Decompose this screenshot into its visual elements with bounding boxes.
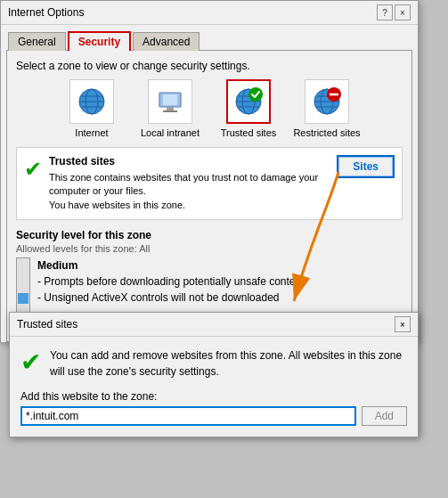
- zone-check-icon: ✔: [24, 157, 42, 182]
- zones-row: Internet Local intranet: [16, 79, 403, 138]
- zone-intranet-icon-wrap: [148, 79, 192, 124]
- close-button[interactable]: ×: [395, 4, 411, 20]
- window-title: Internet Options: [8, 6, 84, 19]
- trusted-icon: [232, 86, 265, 118]
- zone-internet-label: Internet: [75, 127, 108, 138]
- security-bullet-1: - Prompts before downloading potentially…: [37, 273, 305, 290]
- security-content: Select a zone to view or change security…: [6, 50, 412, 342]
- dialog-title: Trusted sites: [17, 318, 77, 331]
- help-button[interactable]: ?: [377, 4, 393, 20]
- zone-restricted-sites[interactable]: Restricted sites: [291, 79, 362, 138]
- dialog-close-button[interactable]: ×: [395, 316, 411, 332]
- dialog-title-bar: Trusted sites ×: [10, 313, 418, 337]
- zone-restricted-label: Restricted sites: [293, 127, 360, 138]
- sites-button[interactable]: Sites: [337, 155, 395, 178]
- dialog-info-row: ✔ You can add and remove websites from t…: [20, 347, 407, 380]
- add-input-row: Add: [20, 406, 407, 426]
- security-level-title: Security level for this zone: [16, 229, 403, 241]
- tab-advanced[interactable]: Advanced: [133, 32, 200, 51]
- zone-internet[interactable]: Internet: [56, 79, 127, 138]
- zone-trusted-icon-wrap: [226, 79, 271, 124]
- sites-button-wrap: Sites: [337, 155, 395, 178]
- svg-rect-7: [167, 107, 174, 110]
- intranet-icon: [154, 86, 186, 118]
- zone-trusted-sites[interactable]: Trusted sites: [213, 79, 284, 138]
- zones-label: Select a zone to view or change security…: [16, 60, 403, 72]
- internet-options-window: Internet Options ? × General Security Ad…: [0, 0, 419, 343]
- security-bullet-2: - Unsigned ActiveX controls will not be …: [37, 290, 305, 306]
- allowed-label: Allowed levels for this zone: All: [16, 243, 403, 254]
- svg-rect-6: [163, 94, 177, 105]
- title-bar: Internet Options ? ×: [1, 1, 418, 25]
- security-level-name: Medium: [37, 257, 305, 273]
- dialog-content: ✔ You can add and remove websites from t…: [10, 337, 418, 437]
- add-website-label: Add this website to the zone:: [20, 390, 407, 403]
- restricted-icon: [311, 86, 343, 118]
- dialog-check-icon: ✔: [20, 347, 41, 377]
- zone-desc-text: Trusted sites This zone contains website…: [49, 155, 330, 212]
- zone-intranet-label: Local intranet: [141, 127, 200, 138]
- zone-trusted-label: Trusted sites: [221, 127, 277, 138]
- add-button[interactable]: Add: [362, 406, 407, 426]
- tab-security[interactable]: Security: [68, 31, 131, 51]
- svg-point-14: [248, 87, 263, 102]
- dialog-info-text: You can add and remove websites from thi…: [50, 347, 407, 380]
- zone-local-intranet[interactable]: Local intranet: [134, 79, 206, 138]
- tabs-row: General Security Advanced: [1, 25, 418, 50]
- trusted-sites-dialog: Trusted sites × ✔ You can add and remove…: [9, 312, 419, 437]
- title-bar-buttons: ? ×: [377, 4, 411, 20]
- zone-desc-body: This zone contains websites that you tru…: [49, 171, 330, 212]
- zone-restricted-icon-wrap: [305, 79, 349, 124]
- zone-desc-title: Trusted sites: [49, 155, 330, 167]
- internet-icon: [76, 86, 108, 118]
- add-website-input[interactable]: [20, 406, 356, 426]
- zone-description-area: ✔ Trusted sites This zone contains websi…: [16, 147, 403, 220]
- svg-rect-8: [163, 110, 177, 112]
- zone-internet-icon-wrap: [69, 79, 114, 124]
- tab-general[interactable]: General: [8, 32, 66, 51]
- slider-thumb: [18, 293, 29, 304]
- security-desc: Medium - Prompts before downloading pote…: [37, 257, 305, 306]
